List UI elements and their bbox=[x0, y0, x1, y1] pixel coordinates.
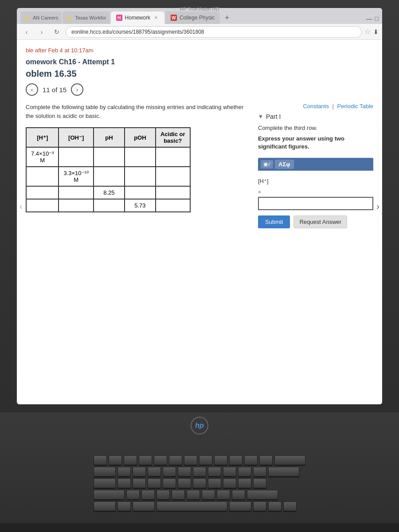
key-backspace[interactable] bbox=[274, 455, 305, 465]
key[interactable] bbox=[117, 467, 131, 477]
key-arrow-up[interactable] bbox=[268, 501, 282, 511]
cell-acidic-row2 bbox=[156, 167, 190, 186]
key[interactable] bbox=[94, 455, 107, 465]
key[interactable] bbox=[223, 467, 236, 477]
key[interactable] bbox=[193, 467, 206, 477]
key[interactable] bbox=[163, 478, 176, 488]
pipe-divider: | bbox=[332, 103, 334, 110]
key[interactable] bbox=[117, 478, 131, 488]
submit-button[interactable]: Submit bbox=[258, 215, 290, 228]
key[interactable] bbox=[139, 455, 152, 465]
key[interactable] bbox=[172, 490, 185, 500]
table-row: 7.4×10⁻³M bbox=[26, 147, 190, 167]
tab-texas-label: Texas Workfor bbox=[75, 15, 106, 20]
next-problem-button[interactable]: › bbox=[71, 83, 83, 96]
key[interactable] bbox=[208, 478, 221, 488]
key[interactable] bbox=[178, 467, 191, 477]
key[interactable] bbox=[109, 455, 122, 465]
key[interactable] bbox=[133, 478, 146, 488]
key[interactable] bbox=[259, 455, 273, 465]
key[interactable] bbox=[244, 455, 258, 465]
key-caps[interactable] bbox=[94, 478, 116, 488]
key-arrow-left[interactable] bbox=[253, 501, 266, 511]
table-row: 3.3×10⁻¹⁰M bbox=[26, 167, 190, 186]
key-shift-left[interactable] bbox=[94, 490, 125, 500]
answer-input-field[interactable] bbox=[258, 197, 373, 210]
key[interactable] bbox=[214, 455, 227, 465]
cell-oh-minus-row4 bbox=[59, 199, 93, 212]
key[interactable] bbox=[253, 467, 266, 477]
problem-count: 11 of 15 bbox=[43, 86, 66, 94]
url-text: eonline.hccs.edu/courses/188795/assignme… bbox=[71, 29, 204, 35]
key-enter[interactable] bbox=[268, 467, 299, 477]
sigma-toolbar-button[interactable]: ΑΣφ bbox=[275, 160, 294, 169]
key-alt-right[interactable] bbox=[229, 501, 251, 511]
key[interactable] bbox=[184, 455, 197, 465]
cell-oh-minus-row3 bbox=[59, 186, 93, 199]
key[interactable] bbox=[148, 467, 161, 477]
key[interactable] bbox=[154, 455, 167, 465]
tab-careers[interactable]: ⚡ AN Careers bbox=[20, 12, 62, 24]
key[interactable] bbox=[232, 490, 245, 500]
key[interactable] bbox=[148, 478, 161, 488]
tab-texas[interactable]: ⚡ Texas Workfor bbox=[63, 12, 110, 24]
key[interactable] bbox=[238, 478, 251, 488]
cell-acidic-row3 bbox=[156, 186, 190, 199]
scroll-right-arrow[interactable]: › bbox=[376, 201, 379, 211]
cell-oh-minus-row1 bbox=[59, 147, 93, 167]
key[interactable] bbox=[208, 467, 221, 477]
key[interactable] bbox=[193, 478, 206, 488]
key[interactable] bbox=[156, 490, 170, 500]
tab-homework[interactable]: H Homework ✕ bbox=[111, 12, 164, 24]
key[interactable] bbox=[238, 467, 251, 477]
col-header-poh: pOH bbox=[125, 128, 156, 147]
key[interactable] bbox=[163, 467, 176, 477]
key-space[interactable] bbox=[156, 501, 227, 511]
key[interactable] bbox=[217, 490, 230, 500]
equals-sign: = bbox=[258, 189, 373, 195]
request-answer-button[interactable]: Request Answer bbox=[293, 215, 347, 228]
key-fn[interactable] bbox=[117, 501, 131, 511]
key-shift-right[interactable] bbox=[247, 490, 278, 500]
key[interactable] bbox=[253, 478, 266, 488]
minimize-button[interactable]: — bbox=[366, 15, 372, 22]
sqrt-toolbar-button[interactable]: ▣√ bbox=[261, 160, 273, 168]
key[interactable] bbox=[229, 455, 243, 465]
part-arrow-icon: ▼ bbox=[258, 113, 263, 120]
bookmark-star-icon[interactable]: ☆ bbox=[364, 27, 371, 36]
problem-description: Complete the following table by calculat… bbox=[26, 103, 249, 120]
tab-college[interactable]: W College Physic bbox=[165, 12, 220, 24]
constants-link[interactable]: Constants bbox=[303, 103, 329, 110]
keyboard-row-4 bbox=[94, 490, 305, 500]
college-tab-icon: W bbox=[171, 15, 177, 21]
forward-button[interactable]: › bbox=[35, 26, 48, 38]
refresh-button[interactable]: ↻ bbox=[51, 26, 63, 38]
monitor-label: HP TrueVision HD bbox=[180, 6, 219, 12]
lightning-icon-2: ⚡ bbox=[66, 15, 72, 21]
key[interactable] bbox=[223, 478, 236, 488]
key[interactable] bbox=[169, 455, 182, 465]
key-tab[interactable] bbox=[94, 467, 116, 477]
scroll-left-arrow[interactable]: ‹ bbox=[20, 201, 23, 211]
new-tab-button[interactable]: + bbox=[221, 12, 233, 24]
key[interactable] bbox=[133, 467, 146, 477]
key[interactable] bbox=[126, 490, 140, 500]
prev-problem-button[interactable]: ‹ bbox=[26, 83, 38, 96]
restore-button[interactable]: □ bbox=[375, 15, 379, 22]
key-arrow-right[interactable] bbox=[283, 501, 297, 511]
key[interactable] bbox=[141, 490, 155, 500]
key-alt[interactable] bbox=[133, 501, 155, 511]
key-ctrl[interactable] bbox=[94, 501, 116, 511]
cell-h-plus-row2 bbox=[26, 167, 59, 186]
url-bar[interactable]: eonline.hccs.edu/courses/188795/assignme… bbox=[66, 26, 362, 38]
key[interactable] bbox=[199, 455, 212, 465]
download-icon[interactable]: ⬇ bbox=[373, 28, 379, 35]
periodic-table-link[interactable]: Periodic Table bbox=[337, 103, 373, 110]
key[interactable] bbox=[178, 478, 191, 488]
key[interactable] bbox=[187, 490, 200, 500]
cell-poh-row2 bbox=[125, 167, 156, 186]
back-button[interactable]: ‹ bbox=[20, 26, 33, 38]
key[interactable] bbox=[202, 490, 215, 500]
key[interactable] bbox=[124, 455, 137, 465]
tab-close-homework[interactable]: ✕ bbox=[153, 15, 159, 21]
